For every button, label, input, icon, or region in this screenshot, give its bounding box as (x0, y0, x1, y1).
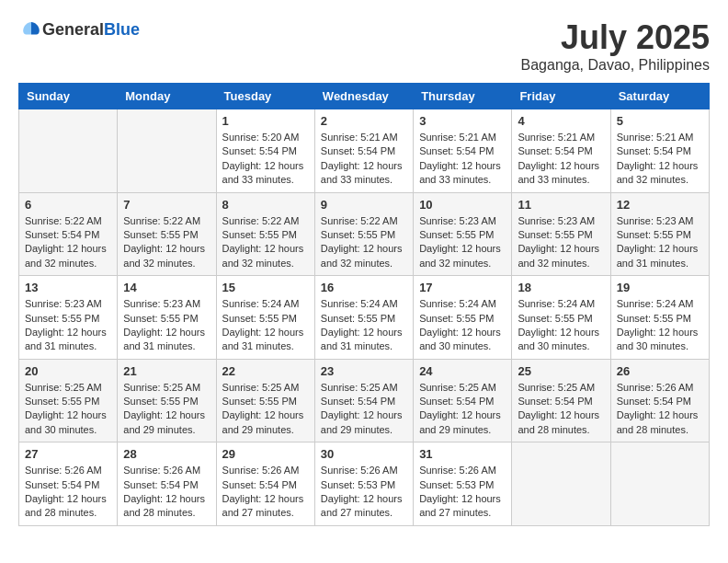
day-detail: Sunrise: 5:21 AMSunset: 5:54 PMDaylight:… (419, 131, 506, 188)
day-detail: Sunrise: 5:24 AMSunset: 5:55 PMDaylight:… (419, 297, 506, 354)
calendar-cell: 27Sunrise: 5:26 AMSunset: 5:54 PMDayligh… (19, 442, 118, 526)
day-detail: Sunrise: 5:21 AMSunset: 5:54 PMDaylight:… (518, 131, 604, 188)
day-number: 12 (617, 198, 703, 212)
day-detail: Sunrise: 5:25 AMSunset: 5:55 PMDaylight:… (25, 381, 111, 438)
calendar-cell: 5Sunrise: 5:21 AMSunset: 5:54 PMDaylight… (610, 109, 709, 193)
day-detail: Sunrise: 5:26 AMSunset: 5:53 PMDaylight:… (419, 464, 506, 521)
day-detail: Sunrise: 5:24 AMSunset: 5:55 PMDaylight:… (222, 297, 309, 354)
day-number: 11 (518, 198, 604, 212)
calendar-cell: 23Sunrise: 5:25 AMSunset: 5:54 PMDayligh… (314, 359, 413, 442)
day-number: 25 (518, 364, 604, 378)
day-detail: Sunrise: 5:23 AMSunset: 5:55 PMDaylight:… (123, 297, 210, 354)
calendar-cell (118, 109, 216, 193)
day-number: 4 (518, 114, 604, 128)
calendar-cell: 1Sunrise: 5:20 AMSunset: 5:54 PMDaylight… (216, 109, 314, 193)
weekday-header-saturday: Saturday (610, 84, 709, 109)
day-detail: Sunrise: 5:22 AMSunset: 5:55 PMDaylight:… (222, 214, 309, 271)
calendar-cell: 14Sunrise: 5:23 AMSunset: 5:55 PMDayligh… (118, 276, 216, 360)
day-detail: Sunrise: 5:22 AMSunset: 5:54 PMDaylight:… (25, 214, 111, 271)
day-number: 1 (222, 114, 309, 128)
calendar-cell: 20Sunrise: 5:25 AMSunset: 5:55 PMDayligh… (19, 359, 118, 442)
calendar-cell: 31Sunrise: 5:26 AMSunset: 5:53 PMDayligh… (414, 442, 512, 526)
calendar-cell: 7Sunrise: 5:22 AMSunset: 5:55 PMDaylight… (118, 192, 216, 276)
weekday-header-thursday: Thursday (414, 84, 512, 109)
day-detail: Sunrise: 5:26 AMSunset: 5:53 PMDaylight:… (321, 464, 407, 521)
header: GeneralBlue July 2025 Baganga, Davao, Ph… (18, 18, 710, 74)
day-number: 9 (321, 198, 407, 212)
weekday-header-sunday: Sunday (19, 84, 118, 109)
calendar-cell: 2Sunrise: 5:21 AMSunset: 5:54 PMDaylight… (314, 109, 413, 193)
day-detail: Sunrise: 5:24 AMSunset: 5:55 PMDaylight:… (321, 297, 407, 354)
day-detail: Sunrise: 5:25 AMSunset: 5:54 PMDaylight:… (321, 381, 407, 438)
calendar-cell: 17Sunrise: 5:24 AMSunset: 5:55 PMDayligh… (414, 276, 512, 360)
day-number: 28 (123, 447, 210, 461)
logo-icon (20, 18, 42, 40)
month-title: July 2025 (521, 18, 710, 57)
day-detail: Sunrise: 5:25 AMSunset: 5:54 PMDaylight:… (518, 381, 604, 438)
week-row-2: 6Sunrise: 5:22 AMSunset: 5:54 PMDaylight… (19, 192, 710, 276)
day-number: 10 (419, 198, 506, 212)
day-detail: Sunrise: 5:20 AMSunset: 5:54 PMDaylight:… (222, 131, 309, 188)
calendar-cell (512, 442, 610, 526)
day-number: 13 (25, 281, 111, 294)
logo: GeneralBlue (18, 18, 140, 40)
day-number: 7 (123, 198, 210, 212)
calendar-cell: 18Sunrise: 5:24 AMSunset: 5:55 PMDayligh… (512, 276, 610, 360)
day-detail: Sunrise: 5:22 AMSunset: 5:55 PMDaylight:… (321, 214, 407, 271)
day-number: 30 (321, 447, 407, 461)
week-row-3: 13Sunrise: 5:23 AMSunset: 5:55 PMDayligh… (19, 276, 710, 360)
calendar-cell: 28Sunrise: 5:26 AMSunset: 5:54 PMDayligh… (118, 442, 216, 526)
day-detail: Sunrise: 5:25 AMSunset: 5:54 PMDaylight:… (419, 381, 506, 438)
day-number: 31 (419, 447, 506, 461)
day-number: 27 (25, 447, 111, 461)
logo-general: General (42, 20, 104, 40)
week-row-5: 27Sunrise: 5:26 AMSunset: 5:54 PMDayligh… (19, 442, 710, 526)
day-detail: Sunrise: 5:26 AMSunset: 5:54 PMDaylight:… (25, 464, 111, 521)
weekday-header-friday: Friday (512, 84, 610, 109)
day-detail: Sunrise: 5:23 AMSunset: 5:55 PMDaylight:… (617, 214, 703, 271)
weekday-header-tuesday: Tuesday (216, 84, 314, 109)
day-number: 17 (419, 281, 506, 294)
weekday-header-wednesday: Wednesday (314, 84, 413, 109)
day-number: 16 (321, 281, 407, 294)
day-number: 6 (25, 198, 111, 212)
day-number: 19 (617, 281, 703, 294)
day-detail: Sunrise: 5:24 AMSunset: 5:55 PMDaylight:… (518, 297, 604, 354)
calendar-cell: 16Sunrise: 5:24 AMSunset: 5:55 PMDayligh… (314, 276, 413, 360)
day-number: 14 (123, 281, 210, 294)
day-detail: Sunrise: 5:23 AMSunset: 5:55 PMDaylight:… (518, 214, 604, 271)
day-number: 18 (518, 281, 604, 294)
weekday-header-monday: Monday (118, 84, 216, 109)
day-number: 3 (419, 114, 506, 128)
day-number: 21 (123, 364, 210, 378)
calendar-cell: 26Sunrise: 5:26 AMSunset: 5:54 PMDayligh… (610, 359, 709, 442)
day-detail: Sunrise: 5:23 AMSunset: 5:55 PMDaylight:… (419, 214, 506, 271)
calendar-cell: 8Sunrise: 5:22 AMSunset: 5:55 PMDaylight… (216, 192, 314, 276)
day-number: 20 (25, 364, 111, 378)
calendar-cell: 3Sunrise: 5:21 AMSunset: 5:54 PMDaylight… (414, 109, 512, 193)
calendar-cell: 6Sunrise: 5:22 AMSunset: 5:54 PMDaylight… (19, 192, 118, 276)
day-number: 24 (419, 364, 506, 378)
day-detail: Sunrise: 5:23 AMSunset: 5:55 PMDaylight:… (25, 297, 111, 354)
calendar-cell: 12Sunrise: 5:23 AMSunset: 5:55 PMDayligh… (610, 192, 709, 276)
week-row-1: 1Sunrise: 5:20 AMSunset: 5:54 PMDaylight… (19, 109, 710, 193)
day-number: 8 (222, 198, 309, 212)
calendar-cell: 19Sunrise: 5:24 AMSunset: 5:55 PMDayligh… (610, 276, 709, 360)
day-number: 29 (222, 447, 309, 461)
day-detail: Sunrise: 5:26 AMSunset: 5:54 PMDaylight:… (123, 464, 210, 521)
title-area: July 2025 Baganga, Davao, Philippines (521, 18, 710, 74)
location-title: Baganga, Davao, Philippines (521, 57, 710, 74)
day-detail: Sunrise: 5:21 AMSunset: 5:54 PMDaylight:… (321, 131, 407, 188)
weekday-header-row: SundayMondayTuesdayWednesdayThursdayFrid… (19, 84, 710, 109)
day-number: 15 (222, 281, 309, 294)
day-number: 23 (321, 364, 407, 378)
day-detail: Sunrise: 5:26 AMSunset: 5:54 PMDaylight:… (222, 464, 309, 521)
calendar-cell (19, 109, 118, 193)
day-detail: Sunrise: 5:25 AMSunset: 5:55 PMDaylight:… (123, 381, 210, 438)
day-number: 2 (321, 114, 407, 128)
day-detail: Sunrise: 5:21 AMSunset: 5:54 PMDaylight:… (617, 131, 703, 188)
calendar-cell: 25Sunrise: 5:25 AMSunset: 5:54 PMDayligh… (512, 359, 610, 442)
calendar-cell: 9Sunrise: 5:22 AMSunset: 5:55 PMDaylight… (314, 192, 413, 276)
calendar-cell (610, 442, 709, 526)
day-detail: Sunrise: 5:25 AMSunset: 5:55 PMDaylight:… (222, 381, 309, 438)
